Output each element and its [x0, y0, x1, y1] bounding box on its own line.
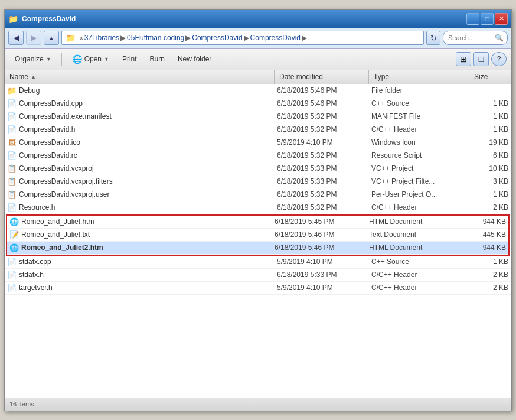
open-button[interactable]: 🌐 Open ▼	[67, 51, 115, 67]
file-type: C/C++ Header	[369, 282, 469, 294]
table-row[interactable]: 📄CompressDavid.exe.manifest6/18/2019 5:3…	[5, 110, 511, 123]
breadcrumb-37libraries[interactable]: 37Libraries	[84, 34, 119, 42]
toolbar-separator-1	[61, 53, 62, 66]
file-name-cell: 📋CompressDavid.vcxproj	[5, 162, 275, 175]
file-size: 1 KB	[469, 97, 511, 110]
file-name-cell: 📝Romeo_and_Juliet.txt	[7, 229, 272, 241]
file-icon: 🖼	[7, 138, 17, 147]
table-row[interactable]: 📋CompressDavid.vcxproj.filters6/18/2019 …	[5, 175, 511, 188]
file-name: CompressDavid.vcxproj.user	[19, 190, 109, 198]
table-row[interactable]: 🖼CompressDavid.ico5/9/2019 4:10 PMWindow…	[5, 136, 511, 149]
file-rows-container: 📁Debug6/18/2019 5:46 PMFile folder📄Compr…	[5, 84, 511, 295]
file-name: Romeo_and_Juliet2.htm	[21, 243, 103, 252]
file-name-cell: 📄CompressDavid.rc	[5, 149, 275, 162]
file-date: 6/18/2019 5:33 PM	[275, 269, 369, 281]
organize-button[interactable]: Organize ▼	[9, 51, 57, 67]
file-name: CompressDavid.vcxproj	[19, 164, 94, 172]
back-button[interactable]: ◀	[8, 31, 24, 45]
file-type: HTML Document	[367, 216, 467, 228]
file-type: C/C++ Header	[369, 123, 469, 136]
file-name-cell: 🖼CompressDavid.ico	[5, 136, 275, 149]
col-name[interactable]: Name ▲	[5, 70, 275, 84]
forward-button[interactable]: ▶	[26, 31, 41, 45]
file-date: 6/18/2019 5:32 PM	[275, 123, 369, 136]
col-size[interactable]: Size	[469, 70, 511, 84]
file-size: 1 KB	[469, 256, 511, 268]
file-name: stdafx.cpp	[19, 258, 51, 266]
up-button[interactable]: ▲	[44, 31, 59, 45]
file-date: 5/9/2019 4:10 PM	[275, 282, 369, 294]
table-row[interactable]: 📋CompressDavid.vcxproj6/18/2019 5:33 PMV…	[5, 162, 511, 175]
file-size: 10 KB	[469, 162, 511, 175]
file-date: 5/9/2019 4:10 PM	[275, 136, 369, 149]
file-name: Resource.h	[19, 203, 55, 211]
file-icon: 📋	[7, 190, 17, 199]
file-name-cell: 🌐Romeo_and_Juliet.htm	[7, 216, 272, 228]
table-row[interactable]: 📝Romeo_and_Juliet.txt6/18/2019 5:46 PMTe…	[7, 229, 508, 242]
col-date[interactable]: Date modified	[275, 70, 369, 84]
table-row[interactable]: 📄stdafx.cpp5/9/2019 4:10 PMC++ Source1 K…	[5, 256, 511, 269]
table-row[interactable]: 📄stdafx.h6/18/2019 5:33 PMC/C++ Header2 …	[5, 269, 511, 282]
file-size: 445 KB	[467, 229, 508, 241]
file-name: CompressDavid.vcxproj.filters	[19, 177, 113, 185]
new-folder-button[interactable]: New folder	[172, 51, 217, 67]
breadcrumb-huffman[interactable]: 05Huffman coding	[127, 34, 184, 42]
file-date: 6/18/2019 5:33 PM	[275, 175, 369, 188]
file-icon: 📄	[7, 270, 17, 279]
maximize-button[interactable]: □	[481, 13, 494, 25]
file-date: 6/18/2019 5:46 PM	[272, 242, 367, 254]
file-type: VC++ Project Filte...	[369, 175, 469, 188]
file-date: 6/18/2019 5:32 PM	[275, 110, 369, 123]
file-name-cell: 📄CompressDavid.exe.manifest	[5, 110, 275, 123]
folder-icon: 📁	[66, 33, 76, 43]
explorer-window: 📁 CompressDavid ─ □ ✕ ◀ ▶ ▲ 📁 « 37Librar…	[4, 9, 512, 411]
table-row[interactable]: 🌐Romeo_and_Juliet2.htm6/18/2019 5:46 PMH…	[7, 242, 508, 255]
table-row[interactable]: 📄Resource.h6/18/2019 5:32 PMC/C++ Header…	[5, 201, 511, 214]
file-name: CompressDavid.h	[19, 125, 75, 134]
address-bar: ◀ ▶ ▲ 📁 « 37Libraries ▶ 05Huffman coding…	[5, 28, 511, 49]
view-toggle[interactable]: □	[473, 52, 489, 66]
col-type[interactable]: Type	[369, 70, 469, 84]
search-icon: 🔍	[495, 34, 504, 42]
refresh-button[interactable]: ↻	[426, 31, 440, 45]
burn-button[interactable]: Burn	[145, 51, 170, 67]
file-name: CompressDavid.rc	[19, 151, 77, 159]
sort-indicator: ▲	[31, 74, 36, 80]
file-icon: 📋	[7, 177, 17, 186]
file-date: 6/18/2019 5:33 PM	[275, 162, 369, 175]
file-name-cell: 📋CompressDavid.vcxproj.user	[5, 188, 275, 201]
close-button[interactable]: ✕	[495, 13, 508, 25]
title-bar: 📁 CompressDavid ─ □ ✕	[5, 10, 511, 28]
file-name: stdafx.h	[19, 271, 44, 279]
file-name-cell: 📁Debug	[5, 84, 275, 97]
print-button[interactable]: Print	[117, 51, 142, 67]
file-list[interactable]: Name ▲ Date modified Type Size 📁Debug6/1…	[5, 70, 511, 398]
help-button[interactable]: ?	[491, 52, 507, 66]
file-icon: 🌐	[9, 217, 19, 226]
table-row[interactable]: 📄CompressDavid.cpp6/18/2019 5:46 PMC++ S…	[5, 97, 511, 110]
file-date: 5/9/2019 4:10 PM	[275, 256, 369, 268]
breadcrumb-compressdavid1[interactable]: CompressDavid	[192, 34, 242, 42]
file-size: 944 KB	[467, 216, 508, 228]
search-input[interactable]	[448, 34, 492, 41]
table-row[interactable]: 📋CompressDavid.vcxproj.user6/18/2019 5:3…	[5, 188, 511, 201]
table-row[interactable]: 📄targetver.h5/9/2019 4:10 PMC/C++ Header…	[5, 282, 511, 295]
file-size: 1 KB	[469, 188, 511, 201]
address-path[interactable]: 📁 « 37Libraries ▶ 05Huffman coding ▶ Com…	[61, 31, 424, 45]
window-title: CompressDavid	[22, 15, 76, 23]
table-row[interactable]: 📁Debug6/18/2019 5:46 PMFile folder	[5, 84, 511, 97]
breadcrumb-compressdavid2[interactable]: CompressDavid	[250, 34, 301, 42]
file-icon: 📄	[7, 203, 17, 212]
file-date: 6/18/2019 5:32 PM	[275, 188, 369, 201]
table-row[interactable]: 📄CompressDavid.h6/18/2019 5:32 PMC/C++ H…	[5, 123, 511, 136]
minimize-button[interactable]: ─	[466, 13, 479, 25]
file-size: 1 KB	[469, 110, 511, 123]
file-type: C/C++ Header	[369, 269, 469, 281]
table-row[interactable]: 📄CompressDavid.rc6/18/2019 5:32 PMResour…	[5, 149, 511, 162]
window-icon: 📁	[8, 14, 18, 24]
search-box: 🔍	[443, 31, 508, 45]
views-button[interactable]: ⊞	[456, 52, 471, 66]
table-row[interactable]: 🌐Romeo_and_Juliet.htm6/18/2019 5:45 PMHT…	[7, 216, 508, 229]
file-date: 6/18/2019 5:32 PM	[275, 149, 369, 162]
file-icon: 📄	[7, 125, 17, 134]
